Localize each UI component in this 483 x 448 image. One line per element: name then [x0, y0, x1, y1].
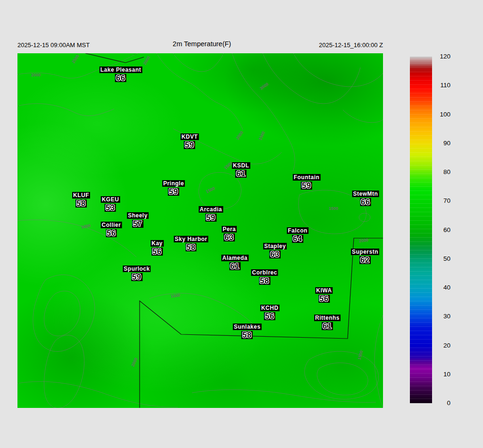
contour-elevation-label: 2000 — [31, 73, 41, 77]
station-label: Corblrec58 — [251, 268, 278, 285]
station-label: KGEU53 — [101, 195, 120, 212]
station-name: Rittenhs — [314, 315, 341, 321]
station-label: Sunlakes58 — [233, 322, 262, 339]
colorbar-tick-label: 30 — [435, 313, 450, 320]
map-canvas: Lake Pleasant66KDVT59KSDL61Fountain59Ste… — [17, 53, 383, 408]
station-label: Pera63 — [222, 224, 237, 241]
colorbar-tick-label: 20 — [435, 342, 450, 349]
station-temperature: 53 — [105, 204, 116, 212]
station-name: Lake Pleasant — [100, 66, 142, 73]
station-name: KSDL — [232, 162, 250, 169]
station-temperature: 59 — [184, 141, 195, 149]
station-temperature: 63 — [224, 233, 235, 241]
station-temperature: 59 — [301, 182, 312, 190]
station-label: KIWA56 — [315, 286, 333, 303]
station-temperature: 61 — [235, 170, 247, 178]
station-label: Stapley63 — [263, 241, 287, 258]
valid-time-utc: 2025-12-15_16:00:00 Z — [319, 41, 383, 49]
station-name: Stapley — [263, 243, 287, 249]
station-label: Pringle59 — [162, 179, 185, 196]
colorbar-tick-label: 70 — [435, 197, 450, 205]
colorbar-banding — [410, 57, 432, 403]
station-temperature: 58 — [242, 331, 253, 339]
colorbar-tick-label: 60 — [435, 226, 450, 234]
station-label: Arcadia59 — [199, 205, 223, 222]
station-label: Kay56 — [150, 239, 164, 256]
colorbar-tick-label: 40 — [435, 284, 450, 291]
station-temperature: 58 — [259, 277, 270, 285]
colorbar-tick-label: 120 — [435, 53, 450, 60]
station-name: Pera — [222, 226, 237, 232]
station-label: Alameda61 — [221, 253, 249, 270]
station-temperature: 59 — [131, 273, 142, 281]
station-temperature: 61 — [322, 322, 333, 330]
valid-time-local: 2025-12-15 09:00AM MST — [17, 41, 90, 49]
colorbar-tick-label: 10 — [435, 371, 450, 378]
colorbar-tick-label: 50 — [435, 255, 450, 263]
station-name: Sunlakes — [233, 324, 262, 330]
page-title: 2m Temperature(F) — [173, 40, 231, 48]
station-name: StewMtn — [352, 191, 379, 197]
station-name: KDVT — [181, 133, 199, 140]
station-temperature: 66 — [360, 198, 371, 206]
station-label: Collier56 — [101, 220, 122, 237]
station-name: Superstn — [351, 249, 379, 255]
station-temperature: 66 — [115, 74, 126, 82]
station-temperature: 56 — [264, 312, 275, 320]
station-name: Sky Harbor — [174, 236, 208, 242]
station-name: KLUF — [72, 192, 90, 199]
station-name: KGEU — [101, 196, 120, 203]
station-name: Kay — [150, 240, 164, 247]
station-label: KCHD56 — [260, 303, 280, 320]
weather-map-screen: 2025-12-15 09:00AM MST 2m Temperature(F)… — [0, 0, 483, 448]
station-temperature: 62 — [359, 256, 371, 264]
station-name: Fountain — [293, 174, 321, 181]
station-temperature: 59 — [205, 214, 217, 222]
station-name: Alameda — [221, 255, 249, 261]
station-label: KSDL61 — [232, 161, 250, 178]
station-label: Fountain59 — [293, 173, 321, 190]
station-label: Sky Harbor58 — [174, 234, 208, 251]
station-label: Falcon64 — [287, 226, 308, 243]
colorbar: 1201101009080706050403020100 — [410, 57, 466, 403]
station-temperature: 56 — [106, 229, 117, 237]
colorbar-tick-label: 100 — [435, 111, 450, 118]
station-label: Rittenhs61 — [314, 313, 341, 330]
station-label: Spurlock59 — [123, 264, 150, 281]
station-name: Corblrec — [251, 269, 278, 276]
station-name: KIWA — [315, 287, 333, 294]
station-temperature: 56 — [151, 248, 163, 256]
station-temperature: 64 — [292, 235, 303, 243]
station-label: Lake Pleasant66 — [100, 65, 142, 82]
colorbar-tick-label: 90 — [435, 140, 450, 147]
station-name: Falcon — [287, 227, 308, 234]
station-label: Superstn62 — [351, 247, 379, 264]
station-name: Collier — [101, 222, 122, 228]
station-name: Spurlock — [123, 265, 150, 272]
station-temperature: 56 — [318, 295, 330, 303]
colorbar-tick-label: 110 — [435, 82, 450, 89]
station-temperature: 58 — [75, 199, 87, 207]
contour-overlay — [17, 53, 383, 408]
station-label: Sheely57 — [127, 211, 149, 228]
station-temperature: 58 — [185, 243, 197, 251]
station-label: KDVT59 — [181, 132, 199, 149]
station-name: Pringle — [162, 180, 185, 187]
station-label: KLUF58 — [72, 191, 90, 207]
station-label: StewMtn66 — [352, 189, 379, 206]
colorbar-tick-label: 0 — [435, 399, 450, 407]
contour-elevation-label: 1500 — [329, 206, 338, 211]
station-temperature: 59 — [168, 188, 179, 196]
station-name: Sheely — [127, 212, 149, 219]
station-temperature: 57 — [132, 220, 143, 228]
station-temperature: 63 — [269, 250, 281, 258]
station-temperature: 61 — [229, 262, 241, 270]
station-name: KCHD — [260, 305, 280, 311]
colorbar-tick-label: 80 — [435, 168, 450, 176]
station-name: Arcadia — [199, 206, 223, 213]
